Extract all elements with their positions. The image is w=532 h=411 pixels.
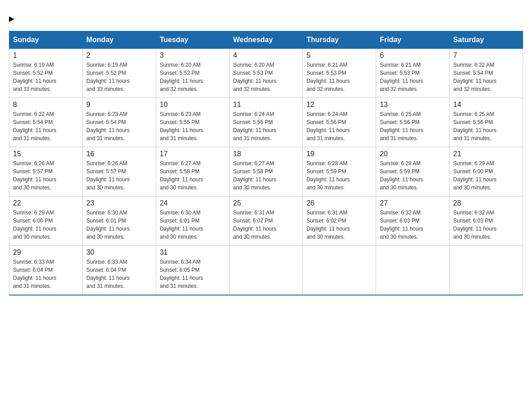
day-info: Sunrise: 6:20 AMSunset: 5:52 PMDaylight:… bbox=[160, 61, 226, 93]
day-number: 29 bbox=[13, 248, 79, 257]
day-info: Sunrise: 6:31 AMSunset: 6:02 PMDaylight:… bbox=[306, 209, 372, 241]
header-thursday: Thursday bbox=[303, 31, 376, 49]
day-info: Sunrise: 6:27 AMSunset: 5:58 PMDaylight:… bbox=[233, 159, 299, 192]
calendar-cell: 22Sunrise: 6:29 AMSunset: 6:00 PMDayligh… bbox=[9, 197, 83, 246]
day-info: Sunrise: 6:32 AMSunset: 6:03 PMDaylight:… bbox=[453, 209, 519, 241]
day-info: Sunrise: 6:25 AMSunset: 5:56 PMDaylight:… bbox=[453, 110, 519, 142]
calendar-cell bbox=[229, 246, 303, 295]
day-number: 21 bbox=[453, 150, 519, 158]
day-number: 10 bbox=[160, 101, 226, 109]
day-number: 17 bbox=[160, 150, 226, 158]
day-info: Sunrise: 6:21 AMSunset: 5:53 PMDaylight:… bbox=[380, 61, 446, 93]
calendar-cell: 14Sunrise: 6:25 AMSunset: 5:56 PMDayligh… bbox=[450, 98, 523, 147]
day-number: 26 bbox=[306, 199, 372, 207]
calendar-cell: 28Sunrise: 6:32 AMSunset: 6:03 PMDayligh… bbox=[450, 197, 523, 246]
day-info: Sunrise: 6:28 AMSunset: 5:59 PMDaylight:… bbox=[306, 159, 372, 192]
day-number: 15 bbox=[13, 150, 79, 158]
day-number: 9 bbox=[86, 101, 152, 109]
logo-top: ▶ bbox=[9, 9, 14, 23]
day-info: Sunrise: 6:21 AMSunset: 5:53 PMDaylight:… bbox=[306, 61, 372, 93]
day-info: Sunrise: 6:19 AMSunset: 5:52 PMDaylight:… bbox=[13, 61, 79, 93]
day-number: 27 bbox=[380, 199, 446, 207]
calendar-table: SundayMondayTuesdayWednesdayThursdayFrid… bbox=[9, 31, 523, 295]
day-info: Sunrise: 6:34 AMSunset: 6:05 PMDaylight:… bbox=[160, 258, 226, 290]
day-info: Sunrise: 6:22 AMSunset: 5:54 PMDaylight:… bbox=[453, 61, 519, 93]
week-row-5: 29Sunrise: 6:33 AMSunset: 6:04 PMDayligh… bbox=[9, 246, 523, 295]
day-info: Sunrise: 6:22 AMSunset: 5:54 PMDaylight:… bbox=[13, 110, 79, 142]
calendar-cell: 2Sunrise: 6:19 AMSunset: 5:52 PMDaylight… bbox=[82, 49, 156, 98]
calendar-cell: 17Sunrise: 6:27 AMSunset: 5:58 PMDayligh… bbox=[156, 147, 229, 197]
header-sunday: Sunday bbox=[9, 31, 83, 49]
calendar-cell: 19Sunrise: 6:28 AMSunset: 5:59 PMDayligh… bbox=[303, 147, 376, 197]
logo: ▶ bbox=[9, 9, 14, 22]
calendar-cell: 5Sunrise: 6:21 AMSunset: 5:53 PMDaylight… bbox=[303, 49, 376, 98]
day-info: Sunrise: 6:28 AMSunset: 5:59 PMDaylight:… bbox=[380, 159, 446, 192]
calendar-cell: 4Sunrise: 6:20 AMSunset: 5:53 PMDaylight… bbox=[229, 49, 303, 98]
day-info: Sunrise: 6:32 AMSunset: 6:03 PMDaylight:… bbox=[380, 209, 446, 241]
calendar-cell: 23Sunrise: 6:30 AMSunset: 6:01 PMDayligh… bbox=[82, 197, 156, 246]
day-number: 7 bbox=[453, 51, 519, 60]
calendar-cell: 24Sunrise: 6:30 AMSunset: 6:01 PMDayligh… bbox=[156, 197, 229, 246]
day-info: Sunrise: 6:33 AMSunset: 6:04 PMDaylight:… bbox=[13, 258, 79, 290]
day-number: 20 bbox=[380, 150, 446, 158]
day-number: 14 bbox=[453, 101, 519, 109]
day-number: 28 bbox=[453, 199, 519, 207]
page-header: ▶ bbox=[9, 9, 523, 22]
calendar-cell: 9Sunrise: 6:23 AMSunset: 5:54 PMDaylight… bbox=[82, 98, 156, 147]
week-row-3: 15Sunrise: 6:26 AMSunset: 5:57 PMDayligh… bbox=[9, 147, 523, 197]
day-number: 4 bbox=[233, 51, 299, 60]
day-number: 11 bbox=[233, 101, 299, 109]
calendar-cell: 1Sunrise: 6:19 AMSunset: 5:52 PMDaylight… bbox=[9, 49, 83, 98]
day-number: 23 bbox=[86, 199, 152, 207]
week-row-4: 22Sunrise: 6:29 AMSunset: 6:00 PMDayligh… bbox=[9, 197, 523, 246]
calendar-cell: 18Sunrise: 6:27 AMSunset: 5:58 PMDayligh… bbox=[229, 147, 303, 197]
calendar-cell bbox=[303, 246, 376, 295]
day-number: 12 bbox=[306, 101, 372, 109]
day-number: 3 bbox=[160, 51, 226, 60]
day-number: 22 bbox=[13, 199, 79, 207]
day-number: 2 bbox=[86, 51, 152, 60]
calendar-cell: 7Sunrise: 6:22 AMSunset: 5:54 PMDaylight… bbox=[450, 49, 523, 98]
day-info: Sunrise: 6:27 AMSunset: 5:58 PMDaylight:… bbox=[160, 159, 226, 192]
calendar-cell: 27Sunrise: 6:32 AMSunset: 6:03 PMDayligh… bbox=[376, 197, 450, 246]
calendar-cell: 11Sunrise: 6:24 AMSunset: 5:55 PMDayligh… bbox=[229, 98, 303, 147]
header-row: SundayMondayTuesdayWednesdayThursdayFrid… bbox=[9, 31, 523, 49]
day-info: Sunrise: 6:24 AMSunset: 5:55 PMDaylight:… bbox=[233, 110, 299, 142]
day-info: Sunrise: 6:26 AMSunset: 5:57 PMDaylight:… bbox=[13, 159, 79, 192]
calendar-cell: 31Sunrise: 6:34 AMSunset: 6:05 PMDayligh… bbox=[156, 246, 229, 295]
calendar-cell: 26Sunrise: 6:31 AMSunset: 6:02 PMDayligh… bbox=[303, 197, 376, 246]
calendar-cell: 8Sunrise: 6:22 AMSunset: 5:54 PMDaylight… bbox=[9, 98, 83, 147]
day-number: 13 bbox=[380, 101, 446, 109]
calendar-cell: 3Sunrise: 6:20 AMSunset: 5:52 PMDaylight… bbox=[156, 49, 229, 98]
day-info: Sunrise: 6:23 AMSunset: 5:55 PMDaylight:… bbox=[160, 110, 226, 142]
day-info: Sunrise: 6:23 AMSunset: 5:54 PMDaylight:… bbox=[86, 110, 152, 142]
day-number: 25 bbox=[233, 199, 299, 207]
day-number: 31 bbox=[160, 248, 226, 257]
day-info: Sunrise: 6:30 AMSunset: 6:01 PMDaylight:… bbox=[160, 209, 226, 241]
day-number: 8 bbox=[13, 101, 79, 109]
day-info: Sunrise: 6:20 AMSunset: 5:53 PMDaylight:… bbox=[233, 61, 299, 93]
calendar-body: 1Sunrise: 6:19 AMSunset: 5:52 PMDaylight… bbox=[9, 49, 523, 295]
calendar-header: SundayMondayTuesdayWednesdayThursdayFrid… bbox=[9, 31, 523, 49]
day-number: 18 bbox=[233, 150, 299, 158]
calendar-cell: 12Sunrise: 6:24 AMSunset: 5:56 PMDayligh… bbox=[303, 98, 376, 147]
day-info: Sunrise: 6:19 AMSunset: 5:52 PMDaylight:… bbox=[86, 61, 152, 93]
day-number: 24 bbox=[160, 199, 226, 207]
day-info: Sunrise: 6:29 AMSunset: 6:00 PMDaylight:… bbox=[13, 209, 79, 241]
calendar-cell: 13Sunrise: 6:25 AMSunset: 5:56 PMDayligh… bbox=[376, 98, 450, 147]
calendar-cell: 6Sunrise: 6:21 AMSunset: 5:53 PMDaylight… bbox=[376, 49, 450, 98]
day-info: Sunrise: 6:25 AMSunset: 5:56 PMDaylight:… bbox=[380, 110, 446, 142]
calendar-cell bbox=[450, 246, 523, 295]
calendar-cell: 20Sunrise: 6:28 AMSunset: 5:59 PMDayligh… bbox=[376, 147, 450, 197]
calendar-cell: 30Sunrise: 6:33 AMSunset: 6:04 PMDayligh… bbox=[82, 246, 156, 295]
day-info: Sunrise: 6:29 AMSunset: 6:00 PMDaylight:… bbox=[453, 159, 519, 192]
day-info: Sunrise: 6:30 AMSunset: 6:01 PMDaylight:… bbox=[86, 209, 152, 241]
header-tuesday: Tuesday bbox=[156, 31, 229, 49]
day-info: Sunrise: 6:24 AMSunset: 5:56 PMDaylight:… bbox=[306, 110, 372, 142]
day-info: Sunrise: 6:26 AMSunset: 5:57 PMDaylight:… bbox=[86, 159, 152, 192]
calendar-cell: 21Sunrise: 6:29 AMSunset: 6:00 PMDayligh… bbox=[450, 147, 523, 197]
calendar-cell: 15Sunrise: 6:26 AMSunset: 5:57 PMDayligh… bbox=[9, 147, 83, 197]
calendar-cell bbox=[376, 246, 450, 295]
header-friday: Friday bbox=[376, 31, 450, 49]
calendar-cell: 16Sunrise: 6:26 AMSunset: 5:57 PMDayligh… bbox=[82, 147, 156, 197]
